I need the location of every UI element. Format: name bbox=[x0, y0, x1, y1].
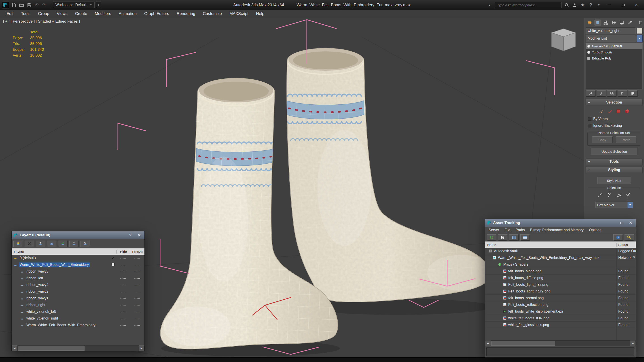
layer-row[interactable]: ribbon_wavy1 ----- ----- bbox=[12, 295, 144, 302]
current-layer-check[interactable]: ✓ bbox=[110, 256, 116, 260]
hide-toggle[interactable]: ----- bbox=[116, 290, 130, 293]
menu-tools[interactable]: Tools bbox=[17, 10, 34, 18]
panel-options-icon[interactable] bbox=[639, 21, 642, 24]
by-vertex-checkbox-row[interactable]: By Vertex bbox=[586, 116, 642, 122]
current-layer-toggle[interactable] bbox=[110, 263, 116, 267]
dialog-close-button[interactable]: × bbox=[627, 220, 634, 226]
layer-row[interactable]: ribbon_right ----- ----- bbox=[12, 302, 144, 308]
show-end-result-icon[interactable] bbox=[596, 90, 606, 96]
checkbox[interactable] bbox=[588, 124, 592, 128]
help-menu-icon[interactable]: ? bbox=[588, 2, 594, 8]
modifier-editable-poly[interactable]: Editable Poly bbox=[586, 55, 642, 61]
sign-in-icon[interactable] bbox=[572, 2, 578, 8]
tab-motion-icon[interactable] bbox=[610, 19, 618, 26]
configure-modifier-sets-icon[interactable] bbox=[628, 90, 638, 96]
menu-bitmap-performance[interactable]: Bitmap Performance and Memory bbox=[528, 227, 586, 234]
layer-row[interactable]: ribbon_wavy4 ----- ----- bbox=[12, 282, 144, 288]
table-view-icon[interactable] bbox=[509, 234, 518, 240]
hide-toggle[interactable]: ----- bbox=[116, 256, 130, 260]
remove-modifier-icon[interactable] bbox=[618, 90, 627, 96]
styling-rollout-header[interactable]: − Styling bbox=[586, 166, 643, 173]
tab-display-icon[interactable] bbox=[618, 19, 626, 26]
menu-edit[interactable]: Edit bbox=[3, 10, 17, 18]
hide-toggle[interactable]: ----- bbox=[116, 304, 130, 307]
dialog-close-button[interactable]: × bbox=[136, 232, 143, 238]
search-icon[interactable] bbox=[564, 2, 570, 8]
make-unique-icon[interactable] bbox=[607, 90, 616, 96]
menu-server[interactable]: Server bbox=[486, 227, 502, 234]
modifier-list-dropdown[interactable]: Modifier List ▼ bbox=[586, 35, 643, 42]
minimize-button[interactable] bbox=[604, 1, 616, 8]
hide-toggle[interactable]: ----- bbox=[116, 297, 130, 300]
3dsmax-logo-icon[interactable] bbox=[2, 1, 9, 8]
layer-row-selected[interactable]: Warm_White_Felt_Boots_With_Embroidery --… bbox=[12, 262, 144, 268]
save-file-icon[interactable] bbox=[26, 2, 32, 8]
dialog-maximize-button[interactable] bbox=[618, 220, 625, 226]
hide-toggle[interactable]: ----- bbox=[116, 324, 130, 327]
menu-create[interactable]: Create bbox=[71, 10, 91, 18]
style-hair-button[interactable]: Style Hair bbox=[598, 177, 631, 184]
layer-row[interactable]: Warm_White_Felt_Boots_With_Embroidery --… bbox=[12, 322, 144, 328]
layer-row[interactable]: ribbon_wavy3 ----- ----- bbox=[12, 268, 144, 275]
asset-row[interactable]: white_felt_glossiness.png Found bbox=[485, 322, 636, 328]
details-view-icon[interactable] bbox=[520, 234, 530, 240]
set-current-layer-icon[interactable] bbox=[58, 240, 68, 247]
hide-toggle[interactable]: ----- bbox=[116, 276, 130, 280]
update-selection-button[interactable]: Update Selection bbox=[591, 148, 638, 155]
asset-row[interactable]: Autodesk Vault Logged Ou bbox=[485, 248, 636, 254]
favorites-icon[interactable]: ★ bbox=[580, 2, 586, 8]
asset-tracking-titlebar[interactable]: Asset Tracking × bbox=[485, 219, 636, 227]
refresh-icon[interactable] bbox=[487, 234, 496, 240]
hide-toggle[interactable]: ----- bbox=[116, 310, 130, 314]
workspace-dropdown[interactable]: Workspace: Default ▼ bbox=[53, 2, 94, 8]
menu-maxscript[interactable]: MAXScript bbox=[226, 10, 252, 18]
freeze-toggle[interactable]: ----- bbox=[130, 317, 144, 320]
asset-row[interactable]: Felt_boots_light_hair2.png Found bbox=[485, 288, 636, 295]
freeze-toggle[interactable]: ----- bbox=[130, 270, 144, 273]
scroll-left-icon[interactable]: ◀ bbox=[12, 346, 18, 351]
layer-horizontal-scrollbar[interactable]: ◀ ▶ bbox=[12, 345, 144, 351]
object-name-field[interactable]: white_valenok_right bbox=[586, 28, 636, 34]
tab-hierarchy-icon[interactable] bbox=[602, 19, 609, 26]
copy-button[interactable]: Copy bbox=[592, 136, 613, 143]
freeze-toggle[interactable]: ----- bbox=[130, 324, 144, 327]
menu-views[interactable]: Views bbox=[53, 10, 71, 18]
menu-customize[interactable]: Customize bbox=[199, 10, 226, 18]
layer-row[interactable]: ribbon_wavy2 ----- ----- bbox=[12, 288, 144, 295]
freeze-toggle[interactable]: ----- bbox=[130, 276, 144, 280]
asset-row[interactable]: Felt_boots_light_hair.png Found bbox=[485, 281, 636, 288]
column-layers[interactable]: Layers bbox=[12, 250, 110, 254]
viewport-label[interactable]: [ + ] [ Perspective ] [ Shaded + Edged F… bbox=[3, 19, 80, 24]
marker-dropdown[interactable]: Box Marker ▼ bbox=[595, 202, 633, 208]
select-layer-objects-icon[interactable] bbox=[47, 240, 56, 247]
layer-row[interactable]: ribbon_left ----- ----- bbox=[12, 275, 144, 282]
element-selection-icon[interactable] bbox=[624, 108, 630, 115]
polygon-selection-icon[interactable] bbox=[616, 108, 621, 115]
new-file-icon[interactable] bbox=[11, 2, 17, 8]
modifier-hair-and-fur[interactable]: Hair and Fur (WSM) bbox=[586, 43, 642, 49]
modifier-on-off-bulb-icon[interactable] bbox=[587, 45, 590, 48]
help-chevron-icon[interactable]: ▼ bbox=[596, 2, 602, 8]
layer-row[interactable]: 0 (default) ✓ ----- ----- bbox=[12, 255, 144, 262]
menu-group[interactable]: Group bbox=[34, 10, 53, 18]
menu-options[interactable]: Options bbox=[586, 227, 604, 234]
modifier-turbosmooth[interactable]: TurboSmooth bbox=[586, 49, 642, 55]
open-file-icon[interactable] bbox=[18, 2, 24, 8]
layer-row[interactable]: white_valenok_left ----- ----- bbox=[12, 308, 144, 315]
menu-rendering[interactable]: Rendering bbox=[173, 10, 199, 18]
about-icon[interactable] bbox=[624, 234, 634, 240]
tab-modify-icon[interactable] bbox=[594, 19, 601, 26]
column-name[interactable]: Name bbox=[485, 243, 616, 247]
hide-toggle[interactable]: ----- bbox=[116, 263, 130, 266]
object-color-swatch[interactable] bbox=[637, 28, 643, 34]
view-cube[interactable] bbox=[552, 28, 576, 51]
hair-tips-icon[interactable] bbox=[607, 108, 613, 115]
ignore-backfacing-checkbox-row[interactable]: Ignore Backfacing bbox=[586, 122, 642, 129]
checkbox[interactable] bbox=[588, 117, 592, 121]
search-input[interactable] bbox=[495, 2, 562, 8]
right-felt-boot[interactable] bbox=[280, 45, 503, 324]
report-icon[interactable] bbox=[498, 234, 507, 240]
selection-rollout-header[interactable]: − Selection bbox=[586, 99, 643, 106]
menu-file[interactable]: File bbox=[502, 227, 513, 234]
hair-guides-icon[interactable] bbox=[599, 108, 604, 115]
